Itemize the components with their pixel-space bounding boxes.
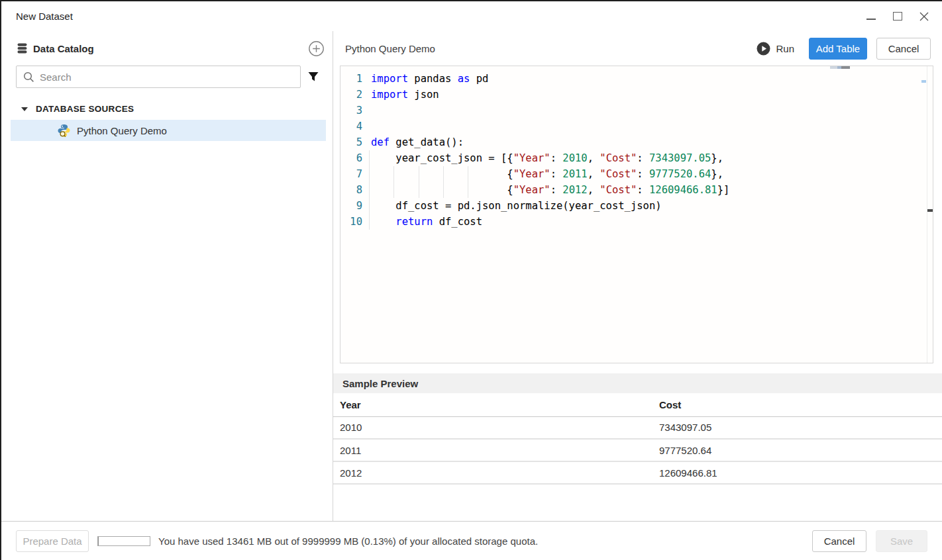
preview-table-body: 20107343097.0520119777520.64201212609466…	[333, 416, 942, 484]
window-title: New Dataset	[16, 11, 73, 22]
close-button[interactable]	[918, 11, 930, 23]
sidebar-title: Data Catalog	[33, 43, 94, 54]
sample-preview: Sample Preview YearCost 20107343097.0520…	[333, 373, 942, 485]
line-number: 4	[340, 118, 362, 134]
content-area: Data Catalog	[1, 31, 942, 521]
code-text: return df_cost	[362, 214, 482, 230]
titlebar: New Dataset	[1, 1, 942, 31]
code-text: df_cost = pd.json_normalize(year_cost_js…	[362, 198, 662, 214]
python-icon	[57, 124, 71, 138]
cancel-button-bottom[interactable]: Cancel	[812, 530, 866, 552]
code-text: def get_data():	[362, 134, 464, 150]
filter-button[interactable]	[301, 71, 326, 83]
table-row[interactable]: 20119777520.64	[333, 439, 942, 461]
table-row[interactable]: 201212609466.81	[333, 461, 942, 484]
preview-table: YearCost 20107343097.0520119777520.64201…	[333, 393, 942, 485]
database-icon	[16, 42, 28, 54]
database-sources-section[interactable]: DATABASE SOURCES	[16, 104, 326, 114]
search-box[interactable]	[16, 66, 301, 88]
line-number: 9	[340, 198, 362, 214]
maximize-icon	[893, 12, 902, 21]
prepare-data-button[interactable]: Prepare Data	[16, 530, 89, 552]
code-text: import json	[362, 87, 439, 103]
code-line[interactable]: 4	[340, 118, 933, 134]
code-line[interactable]: 3	[340, 103, 933, 118]
storage-progress-bar	[97, 536, 150, 546]
main-header: Python Query Demo Run Add Table Cancel	[333, 31, 942, 66]
footer-bar: Prepare Data You have used 13461 MB out …	[1, 521, 942, 560]
section-label: DATABASE SOURCES	[36, 104, 134, 114]
sidebar-search-row	[16, 66, 326, 88]
code-line[interactable]: 9 df_cost = pd.json_normalize(year_cost_…	[340, 198, 933, 214]
plus-circle-icon	[308, 40, 325, 57]
line-number: 3	[340, 103, 362, 118]
code-editor[interactable]: 1import pandas as pd2import json345def g…	[340, 66, 933, 363]
code-text: {"Year": 2012, "Cost": 12609466.81}]	[362, 182, 729, 198]
play-icon	[757, 42, 770, 56]
line-number: 1	[340, 71, 362, 87]
query-title: Python Query Demo	[345, 43, 435, 54]
close-icon	[919, 11, 929, 22]
table-cell: 9777520.64	[653, 439, 942, 461]
sample-preview-header: Sample Preview	[333, 373, 942, 393]
run-button[interactable]: Run	[757, 42, 794, 56]
minimize-button[interactable]	[865, 11, 877, 23]
chevron-down-icon	[21, 107, 28, 111]
code-line[interactable]: 7 {"Year": 2011, "Cost": 9777520.64},	[340, 166, 933, 182]
sidebar-item-python-query-demo[interactable]: Python Query Demo	[11, 120, 326, 141]
code-line[interactable]: 6 year_cost_json = [{"Year": 2010, "Cost…	[340, 150, 933, 166]
add-source-button[interactable]	[308, 40, 325, 57]
table-cell: 2011	[333, 439, 653, 461]
run-label: Run	[776, 43, 794, 54]
minimize-icon	[866, 19, 876, 20]
save-button[interactable]: Save	[876, 530, 927, 552]
footer-actions: Cancel Save	[812, 530, 927, 552]
storage-quota-text: You have used 13461 MB out of 9999999 MB…	[158, 536, 538, 547]
main-panel: Python Query Demo Run Add Table Cancel	[333, 31, 942, 521]
maximize-button[interactable]	[892, 11, 904, 23]
table-row[interactable]: 20107343097.05	[333, 416, 942, 439]
main-actions: Run Add Table Cancel	[757, 38, 931, 60]
window-controls	[865, 11, 930, 23]
data-catalog-sidebar: Data Catalog	[1, 31, 333, 521]
line-number: 5	[340, 134, 362, 150]
line-number: 6	[340, 150, 362, 166]
sidebar-item-label: Python Query Demo	[77, 125, 167, 136]
code-lines: 1import pandas as pd2import json345def g…	[340, 66, 933, 230]
code-line[interactable]: 10 return df_cost	[340, 214, 933, 230]
code-text: import pandas as pd	[362, 71, 488, 87]
table-cell: 7343097.05	[653, 416, 942, 439]
search-icon	[23, 71, 34, 83]
code-line[interactable]: 1import pandas as pd	[340, 71, 933, 87]
line-number: 10	[340, 214, 362, 230]
filter-funnel-icon	[307, 71, 319, 83]
preview-column-header: Cost	[653, 393, 942, 416]
code-text	[362, 118, 371, 134]
search-input[interactable]	[40, 71, 295, 83]
code-text: year_cost_json = [{"Year": 2010, "Cost":…	[362, 150, 723, 166]
add-table-button[interactable]: Add Table	[809, 38, 867, 60]
code-text	[362, 103, 371, 118]
table-cell: 2012	[333, 461, 653, 484]
sidebar-header: Data Catalog	[16, 40, 326, 57]
preview-table-header-row: YearCost	[333, 393, 942, 416]
code-line[interactable]: 2import json	[340, 87, 933, 103]
preview-column-header: Year	[333, 393, 653, 416]
code-line[interactable]: 8 {"Year": 2012, "Cost": 12609466.81}]	[340, 182, 933, 198]
sample-preview-title: Sample Preview	[342, 378, 418, 389]
line-number: 2	[340, 87, 362, 103]
table-cell: 12609466.81	[653, 461, 942, 484]
cancel-button-top[interactable]: Cancel	[876, 38, 931, 60]
line-number: 7	[340, 166, 362, 182]
table-cell: 2010	[333, 416, 653, 439]
code-line[interactable]: 5def get_data():	[340, 134, 933, 150]
code-text: {"Year": 2011, "Cost": 9777520.64},	[362, 166, 723, 182]
line-number: 8	[340, 182, 362, 198]
